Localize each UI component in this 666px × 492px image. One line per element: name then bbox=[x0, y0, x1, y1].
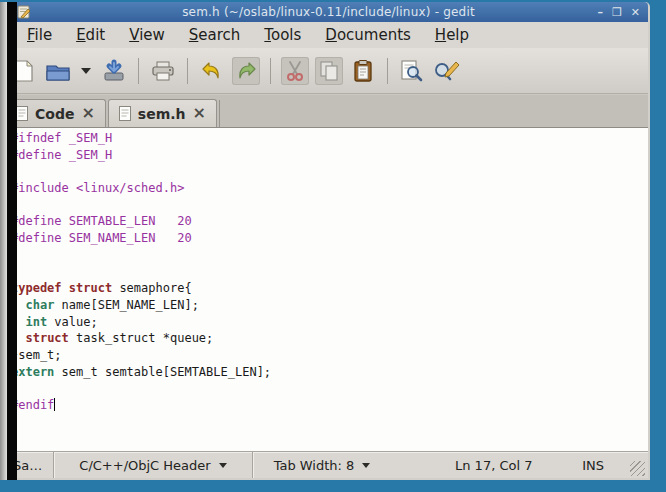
code-line: #define _SEM_H bbox=[11, 147, 648, 164]
toolbar-separator bbox=[387, 58, 388, 84]
desktop: { "titlebar": { "title": "sem.h (~/oslab… bbox=[0, 0, 666, 492]
menu-edit[interactable]: Edit bbox=[64, 24, 117, 46]
menu-view[interactable]: View bbox=[117, 24, 177, 46]
tab-close-icon[interactable]: × bbox=[81, 105, 94, 121]
print-icon[interactable] bbox=[149, 57, 177, 85]
menu-search[interactable]: Search bbox=[177, 24, 253, 46]
text-cursor bbox=[54, 398, 55, 411]
code-line: #include <linux/sched.h> bbox=[11, 180, 648, 197]
paste-icon[interactable] bbox=[349, 57, 377, 85]
code-line: char name[SEM_NAME_LEN]; bbox=[11, 297, 648, 314]
menu-help[interactable]: Help bbox=[423, 24, 481, 46]
tab-width-label: Tab Width: 8 bbox=[274, 458, 355, 473]
title-bar[interactable]: sem.h (~/oslab/linux-0.11/include/linux)… bbox=[9, 2, 648, 22]
tab-label: sem.h bbox=[138, 106, 186, 122]
code-line bbox=[11, 380, 648, 397]
language-label: C/C++/ObjC Header bbox=[79, 458, 210, 473]
chevron-down-icon bbox=[219, 463, 227, 468]
menu-file[interactable]: File bbox=[15, 24, 64, 46]
code-line: int value; bbox=[11, 314, 648, 331]
toolbar-separator bbox=[187, 58, 188, 84]
maximize-button[interactable]: ❒ bbox=[612, 7, 622, 18]
undo-icon[interactable] bbox=[198, 57, 226, 85]
copy-icon[interactable] bbox=[315, 57, 343, 85]
tab-sem-h[interactable]: sem.h × bbox=[108, 99, 217, 127]
find-icon[interactable] bbox=[398, 57, 426, 85]
code-line bbox=[11, 163, 648, 180]
code-line: extern sem_t semtable[SEMTABLE_LEN]; bbox=[11, 364, 648, 381]
menu-tools[interactable]: Tools bbox=[252, 24, 313, 46]
open-dropdown-icon[interactable] bbox=[78, 57, 94, 85]
toolbar-separator bbox=[138, 58, 139, 84]
window-controls: – ❒ ✕ bbox=[597, 7, 648, 18]
open-icon[interactable] bbox=[44, 57, 72, 85]
find-and-replace-icon[interactable] bbox=[432, 57, 460, 85]
save-icon[interactable] bbox=[100, 57, 128, 85]
gedit-app-icon bbox=[17, 5, 31, 19]
close-button[interactable]: ✕ bbox=[631, 7, 640, 18]
redo-icon[interactable] bbox=[232, 57, 260, 85]
tab-code[interactable]: Code × bbox=[5, 99, 106, 127]
tab-label: Code bbox=[35, 106, 74, 122]
code-line bbox=[11, 197, 648, 214]
toolbar-separator bbox=[270, 58, 271, 84]
tab-close-icon[interactable]: × bbox=[193, 105, 206, 121]
code-line: #define SEMTABLE_LEN 20 bbox=[11, 213, 648, 230]
menu-documents[interactable]: Documents bbox=[313, 24, 423, 46]
document-icon bbox=[119, 106, 131, 121]
background-window-edge bbox=[0, 2, 7, 480]
status-bar: Sa… C/C++/ObjC Header Tab Width: 8 Ln 17… bbox=[9, 451, 648, 478]
minimize-button[interactable]: – bbox=[597, 7, 603, 18]
code-line bbox=[11, 247, 648, 264]
tab-bar-empty bbox=[219, 100, 648, 127]
code-area[interactable]: #ifndef _SEM_H#define _SEM_H#include <li… bbox=[9, 127, 648, 451]
cut-icon[interactable] bbox=[281, 57, 309, 85]
gedit-window: sem.h (~/oslab/linux-0.11/include/linux)… bbox=[9, 2, 650, 480]
resize-grip-icon[interactable] bbox=[630, 461, 645, 476]
language-selector[interactable]: C/C++/ObjC Header bbox=[54, 458, 252, 473]
menu-bar: File Edit View Search Tools Documents He… bbox=[9, 22, 648, 48]
chevron-down-icon bbox=[362, 463, 370, 468]
code-line: typedef struct semaphore{ bbox=[11, 280, 648, 297]
insert-mode-indicator: INS bbox=[582, 458, 604, 473]
code-line: #define SEM_NAME_LEN 20 bbox=[11, 230, 648, 247]
tab-bar: Code × sem.h × bbox=[9, 94, 648, 127]
code-line: struct task_struct *queue; bbox=[11, 330, 648, 347]
cursor-position: Ln 17, Col 7 bbox=[455, 458, 532, 473]
toolbar bbox=[9, 48, 648, 94]
document-icon bbox=[16, 106, 28, 121]
window-title: sem.h (~/oslab/linux-0.11/include/linux)… bbox=[9, 5, 648, 19]
black-screen-strip bbox=[7, 2, 17, 480]
code-line: }sem_t; bbox=[11, 347, 648, 364]
code-line bbox=[11, 264, 648, 281]
tab-width-selector[interactable]: Tab Width: 8 bbox=[253, 458, 391, 473]
code-line: #ifndef _SEM_H bbox=[11, 130, 648, 147]
code-line: #endif bbox=[11, 397, 648, 414]
